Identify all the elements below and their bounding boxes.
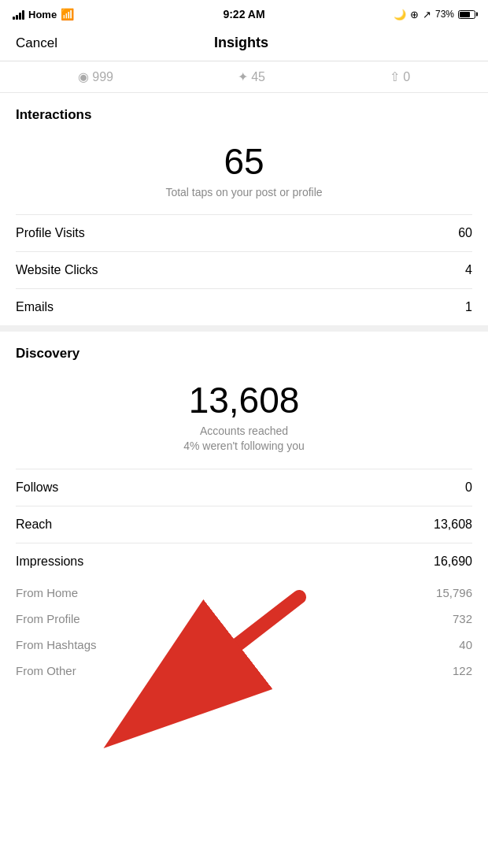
reach-row: Reach 13,608 [16,506,472,543]
from-profile-label: From Profile [16,612,80,625]
battery-icon [458,10,475,19]
impressions-row: Impressions 16,690 [16,543,472,580]
from-profile-row: From Profile 732 [16,606,472,632]
cancel-button[interactable]: Cancel [16,35,57,51]
follows-row: Follows 0 [16,469,472,506]
signal-icon [13,9,24,20]
from-hashtags-row: From Hashtags 40 [16,632,472,658]
moon-icon: 🌙 [394,9,406,20]
from-home-row: From Home 15,796 [16,580,472,606]
emails-row: Emails 1 [16,288,472,325]
from-other-value: 122 [453,664,472,677]
follows-value: 0 [465,480,472,495]
battery-percent: 73% [435,9,454,20]
discovery-big-number-block: 13,608 Accounts reached 4% weren't follo… [16,373,472,469]
from-home-value: 15,796 [436,586,472,599]
reach-label: Reach [16,517,52,532]
interactions-title: Interactions [16,107,472,123]
status-right: 🌙 ⊕ ↗ 73% [394,9,475,20]
website-clicks-value: 4 [465,263,472,277]
top-item-1: ◉ 999 [78,69,113,84]
profile-visits-row: Profile Visits 60 [16,214,472,251]
carrier-label: Home [28,9,57,20]
wifi-icon: 📶 [61,8,74,20]
from-hashtags-label: From Hashtags [16,638,97,651]
profile-visits-value: 60 [458,226,472,240]
compass-icon: ⊕ [410,9,419,20]
discovery-title: Discovery [16,346,472,362]
interactions-section: Interactions 65 Total taps on your post … [0,93,488,325]
status-time: 9:22 AM [223,8,264,20]
impressions-label: Impressions [16,555,83,569]
status-bar: Home 📶 9:22 AM 🌙 ⊕ ↗ 73% [0,0,488,27]
website-clicks-label: Website Clicks [16,263,98,277]
from-hashtags-value: 40 [459,638,472,651]
section-divider [0,325,488,332]
top-overflow-bar: ◉ 999 ✦ 45 ⇧ 0 [0,61,488,93]
emails-value: 1 [465,300,472,314]
location-icon: ↗ [423,9,431,20]
discovery-subtitle: Accounts reached 4% weren't following yo… [16,424,472,454]
from-other-label: From Other [16,664,76,677]
discovery-section: Discovery 13,608 Accounts reached 4% wer… [0,332,488,684]
from-profile-value: 732 [453,612,472,625]
interactions-total: 65 [16,142,472,182]
discovery-total: 13,608 [16,380,472,421]
top-item-2: ✦ 45 [238,69,265,84]
interactions-subtitle: Total taps on your post or profile [16,185,472,201]
page-title: Insights [214,35,268,51]
reach-value: 13,608 [434,517,472,532]
from-other-row: From Other 122 [16,658,472,684]
website-clicks-row: Website Clicks 4 [16,251,472,288]
nav-bar: Cancel Insights [0,27,488,61]
top-item-3: ⇧ 0 [390,69,410,84]
emails-label: Emails [16,300,54,314]
profile-visits-label: Profile Visits [16,226,85,240]
interactions-big-number-block: 65 Total taps on your post or profile [16,134,472,214]
status-left: Home 📶 [13,8,74,20]
follows-label: Follows [16,480,58,495]
impressions-value: 16,690 [434,555,472,569]
from-home-label: From Home [16,586,78,599]
